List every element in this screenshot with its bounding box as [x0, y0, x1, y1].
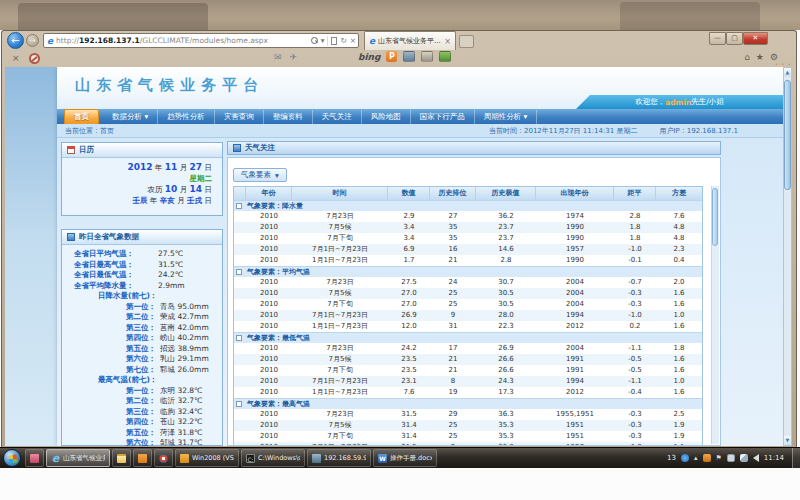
table-cell: 7月5候: [292, 222, 388, 233]
nav-item-2[interactable]: 数据分析 ▾: [103, 110, 158, 124]
scroll-down-arrow[interactable]: ▼: [784, 436, 791, 445]
hidden-icons-arrow[interactable]: ▴: [694, 454, 698, 462]
table-cell: 1月1日~7月23日: [292, 321, 388, 332]
network-icon[interactable]: [740, 454, 748, 462]
browser-tab[interactable]: e 山东省气候业务平... ×: [364, 31, 456, 50]
cell-indent: [234, 409, 246, 420]
send-icon[interactable]: ✈: [290, 52, 298, 62]
nav-item-6[interactable]: 天气关注: [313, 110, 362, 124]
calendar-weekday: 星期二: [62, 173, 212, 184]
blocked-icon[interactable]: [29, 53, 40, 64]
nav-item-8[interactable]: 国家下行产品: [411, 110, 475, 124]
table-cell: 7月1日~7月23日: [292, 442, 388, 446]
table-cell: 2010: [246, 431, 292, 442]
table-row[interactable]: 20107月23日27.52430.72004-0.72.0: [234, 277, 702, 288]
table-row[interactable]: 20107月1日~7月23日23.1824.31994-1.11.0: [234, 376, 702, 387]
table-row[interactable]: 20107月下旬3.43523.719901.84.8: [234, 233, 702, 244]
rdp-window-button[interactable]: 192.168.59.99...: [307, 449, 371, 467]
table-row[interactable]: 20107月23日24.21726.92004-1.11.8: [234, 343, 702, 354]
table-row[interactable]: 20107月1日~7月23日31.5933.01997-1.01.1: [234, 442, 702, 446]
table-row[interactable]: 20107月5候31.42535.31951-0.31.9: [234, 420, 702, 431]
word-window-button[interactable]: W操作手册.docx ...: [373, 449, 437, 467]
table-row[interactable]: 20107月23日2.92736.219742.87.6: [234, 211, 702, 222]
start-button[interactable]: [3, 449, 21, 467]
bing-logo[interactable]: bing: [358, 52, 380, 62]
table-row[interactable]: 20107月5候23.52126.61991-0.51.6: [234, 354, 702, 365]
bing-badge-icon[interactable]: P: [386, 51, 397, 62]
app-orange-icon[interactable]: [133, 449, 152, 467]
panel-scrollbar[interactable]: [711, 186, 719, 444]
element-filter-button[interactable]: 气象要素 ▾: [233, 168, 287, 182]
table-row[interactable]: 20107月1日~7月23日26.9928.01994-1.01.0: [234, 310, 702, 321]
media-app-icon[interactable]: [25, 449, 44, 467]
table-cell: -0.3: [614, 299, 656, 310]
back-button[interactable]: ←: [7, 32, 24, 49]
table-cell: 35: [430, 222, 476, 233]
table-row[interactable]: 20101月1日~7月23日7.61917.32012-0.41.6: [234, 387, 702, 398]
maximize-button[interactable]: ▢: [726, 32, 743, 45]
nav-item-1[interactable]: 首页: [64, 109, 99, 125]
ie-taskbar-button[interactable]: e山东省气候业务平...: [46, 449, 110, 467]
scroll-up-arrow[interactable]: ▲: [784, 68, 791, 77]
group-checkbox[interactable]: [236, 401, 242, 407]
safety-icon[interactable]: [681, 454, 689, 462]
table-row[interactable]: 20101月1日~7月23日1.7212.81990-0.10.4: [234, 255, 702, 266]
cell-indent: [234, 255, 246, 266]
table-row[interactable]: 20107月下旬23.52126.61991-0.51.6: [234, 365, 702, 376]
table-cell: 1951: [536, 420, 614, 431]
table-cell: 24: [430, 277, 476, 288]
table-cell: 7月5候: [292, 288, 388, 299]
table-cell: 30.5: [476, 299, 536, 310]
nav-item-7[interactable]: 风险地图: [362, 110, 411, 124]
table-row[interactable]: 20107月下旬27.02530.52004-0.31.6: [234, 299, 702, 310]
browser-scrollbar[interactable]: ▲ ▼: [783, 67, 792, 446]
table-row[interactable]: 20101月1日~7月23日12.03122.320120.21.6: [234, 321, 702, 332]
close-button[interactable]: ✕: [743, 32, 768, 45]
media-player-icon[interactable]: [154, 449, 173, 467]
tab-close-icon[interactable]: ×: [443, 37, 452, 46]
table-row[interactable]: 20107月23日31.52936.31955,1951-0.32.5: [234, 409, 702, 420]
vm-window-button[interactable]: Win2008 (VS2...: [175, 449, 239, 467]
group-checkbox[interactable]: [236, 269, 242, 275]
volume-icon[interactable]: [753, 454, 759, 462]
nav-item-3[interactable]: 趋势性分析: [158, 110, 215, 124]
forward-button[interactable]: →: [26, 34, 39, 47]
compatibility-icon[interactable]: [331, 37, 337, 45]
group-checkbox[interactable]: [236, 203, 242, 209]
explorer-icon[interactable]: [112, 449, 131, 467]
stop-icon[interactable]: ×: [350, 36, 356, 45]
nav-item-4[interactable]: 灾害查询: [215, 110, 264, 124]
group-checkbox[interactable]: [236, 335, 242, 341]
table-cell: -1.0: [614, 310, 656, 321]
clock[interactable]: 11:14: [764, 454, 784, 462]
search-dropdown-icon[interactable]: ▾: [321, 36, 325, 45]
table-row[interactable]: 20107月1日~7月23日6.91614.61957-1.02.3: [234, 244, 702, 255]
table-cell: 1957: [536, 244, 614, 255]
apps-icon[interactable]: [439, 51, 451, 62]
photos-icon[interactable]: [403, 51, 415, 62]
search-icon[interactable]: [311, 37, 318, 44]
refresh-icon[interactable]: ↻: [340, 36, 346, 45]
new-tab-button[interactable]: [459, 35, 474, 48]
cmd-window-button[interactable]: C:C:\Windows\s...: [241, 449, 305, 467]
show-desktop-button[interactable]: [792, 448, 800, 469]
toolbar-close-icon[interactable]: ×: [12, 53, 20, 63]
app-tray-icon[interactable]: [703, 454, 711, 462]
home-icon[interactable]: ⌂: [744, 52, 750, 62]
address-bar[interactable]: e http://192.168.137.1/GLCCLIMATE/module…: [43, 33, 359, 48]
nav-item-5[interactable]: 整编资料: [264, 110, 313, 124]
favorites-star-icon[interactable]: ★: [756, 52, 764, 62]
display-icon[interactable]: [727, 454, 735, 462]
table-cell: 1月1日~7月23日: [292, 255, 388, 266]
scrollbar-thumb[interactable]: [784, 80, 791, 190]
table-row[interactable]: 20107月5候27.02530.52004-0.31.6: [234, 288, 702, 299]
panel-scrollbar-thumb[interactable]: [712, 188, 718, 246]
table-row[interactable]: 20107月下旬31.42535.31951-0.31.9: [234, 431, 702, 442]
flag-icon[interactable]: ⚑: [716, 454, 722, 462]
nav-item-9[interactable]: 周期性分析 ▾: [475, 110, 538, 124]
calendar-panel: 日历 2012 年 11 月 27 日 星期二 农历 10 月 14 日: [61, 142, 223, 216]
minimize-button[interactable]: —: [709, 32, 726, 45]
mail-icon[interactable]: ✉: [274, 52, 282, 62]
messenger-icon[interactable]: [421, 51, 433, 62]
table-row[interactable]: 20107月5候3.43523.719901.84.8: [234, 222, 702, 233]
